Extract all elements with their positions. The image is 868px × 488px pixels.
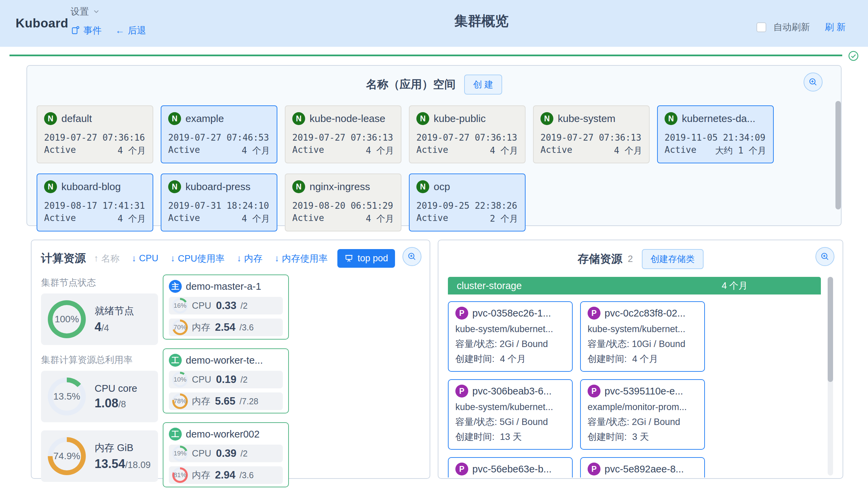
app-header: Kuboard 设置 事件 ← 后退 集群概览 自动刷新 刷 新 <box>0 0 868 47</box>
node-memory-row: 70% 内存 2.54 /3.6 <box>169 319 283 336</box>
namespace-name: kube-public <box>434 113 486 124</box>
storage-count: 2 <box>628 254 633 264</box>
namespace-name: kube-node-lease <box>310 113 386 124</box>
namespace-icon: N <box>168 180 181 193</box>
events-link[interactable]: 事件 <box>71 24 102 37</box>
compute-zoom-button[interactable] <box>402 247 421 266</box>
auto-refresh-checkbox[interactable] <box>756 22 766 32</box>
pvc-card-0358ec26[interactable]: Ppvc-0358ec26-1... kube-system/kubernet.… <box>448 301 573 372</box>
cpu-usage-ring: 13.5% <box>48 378 86 415</box>
cpu-usage-gauge: 13.5% CPU core 1.08/8 <box>41 371 158 422</box>
cpu-gauge-name: CPU core <box>95 383 137 394</box>
node-status-gauge: 100% 就绪节点 4/4 <box>41 293 158 345</box>
node-status-name: 就绪节点 <box>95 304 134 318</box>
pvc-card-5395110e[interactable]: Ppvc-5395110e-e... example/monitor-prom.… <box>580 379 705 450</box>
scrollbar-thumb[interactable] <box>835 101 841 209</box>
namespace-age: 4 个月 <box>490 145 518 157</box>
create-storage-class-button[interactable]: 创建存储类 <box>642 249 704 269</box>
namespace-name: kubernetes-da... <box>682 113 755 124</box>
status-divider <box>0 51 868 63</box>
compute-resources-panel: 计算资源 ↑名称 ↓CPU ↓CPU使用率 ↓内存 ↓内存使用率 top pod <box>31 240 430 479</box>
node-cpu-row: 10% CPU 0.19 /2 <box>169 371 283 388</box>
back-link[interactable]: ← 后退 <box>115 24 146 37</box>
sort-by-memory-usage[interactable]: ↓内存使用率 <box>275 252 328 265</box>
events-label: 事件 <box>83 24 102 37</box>
namespace-card-kuboard-press[interactable]: Nkuboard-press 2019-07-31 18:24:10 Activ… <box>161 174 277 231</box>
namespace-age: 4 个月 <box>366 145 394 157</box>
namespace-status: Active <box>416 213 448 225</box>
storage-class-age: 4 个月 <box>722 280 748 292</box>
pvc-created: 3 天 <box>632 432 649 442</box>
namespaces-title: 名称（应用）空间 <box>366 77 455 92</box>
node-cpu-row: 16% CPU 0.33 /2 <box>169 297 283 314</box>
node-card-demo-worker-te[interactable]: 工demo-worker-te... 10% CPU 0.19 /2 78% 内… <box>163 348 289 413</box>
namespace-age: 4 个月 <box>614 145 642 157</box>
storage-zoom-button[interactable] <box>815 247 834 266</box>
pvc-capacity-label: 容量/状态: <box>588 417 629 427</box>
namespace-card-nginx-ingress[interactable]: Nnginx-ingress 2019-08-20 06:51:29 Activ… <box>285 174 401 231</box>
create-namespace-button[interactable]: 创 建 <box>464 75 502 95</box>
node-status-ring: 100% <box>48 300 86 338</box>
sort-by-cpu-usage[interactable]: ↓CPU使用率 <box>171 252 225 265</box>
namespace-card-ocp[interactable]: Nocp 2019-09-25 22:38:26 Active2 个月 <box>409 174 526 231</box>
pvc-icon: P <box>588 463 600 475</box>
sort-down-icon: ↓ <box>171 253 175 264</box>
sort-by-cpu[interactable]: ↓CPU <box>132 253 159 264</box>
namespace-name: kuboard-blog <box>61 181 121 192</box>
pvc-card-0c2c83f8[interactable]: Ppvc-0c2c83f8-02... kube-system/kubernet… <box>580 301 705 372</box>
back-arrow-icon: ← <box>115 25 124 36</box>
node-memory-row: 81% 内存 2.94 /3.6 <box>169 466 283 484</box>
namespace-created: 2019-11-05 21:34:09 <box>665 133 766 143</box>
namespace-card-default[interactable]: Ndefault 2019-07-27 07:36:16 Active4 个月 <box>37 105 153 163</box>
pvc-card-5e892aee[interactable]: Ppvc-5e892aee-8... example/monitor-prom.… <box>580 457 705 477</box>
pvc-created: 4 个月 <box>632 354 658 364</box>
pvc-name: pvc-56ebe63e-b... <box>472 464 552 475</box>
pvc-card-306beab3[interactable]: Ppvc-306beab3-6... kube-system/kubernet.… <box>448 379 573 450</box>
memory-gauge-name: 内存 GiB <box>95 441 151 455</box>
sort-by-name[interactable]: ↑名称 <box>94 252 120 265</box>
node-card-demo-worker002[interactable]: 工demo-worker002 19% CPU 0.39 /2 81% 内存 2… <box>163 422 289 487</box>
namespace-created: 2019-07-27 07:36:13 <box>416 133 518 143</box>
namespaces-zoom-button[interactable] <box>804 73 823 92</box>
page-title: 集群概览 <box>454 12 509 30</box>
node-memory-row: 78% 内存 5.65 /7.28 <box>169 392 283 410</box>
pvc-capacity-label: 容量/状态: <box>455 417 497 427</box>
namespace-status: Active <box>168 213 200 225</box>
settings-menu[interactable]: 设置 <box>71 5 146 18</box>
namespace-created: 2019-07-27 07:36:13 <box>540 133 642 143</box>
memory-usage-ring: 74.9% <box>48 437 86 475</box>
namespace-name: kube-system <box>558 113 615 124</box>
namespace-card-kuboard-blog[interactable]: Nkuboard-blog 2019-08-17 17:41:31 Active… <box>37 174 153 231</box>
pvc-created: 13 天 <box>500 432 522 442</box>
refresh-button[interactable]: 刷 新 <box>825 21 846 33</box>
worker-node-icon: 工 <box>169 428 182 441</box>
storage-class-bar[interactable]: cluster-storage 4 个月 <box>448 277 821 294</box>
divider-line <box>9 55 842 56</box>
namespace-card-kubernetes-dashboard[interactable]: Nkubernetes-da... 2019-11-05 21:34:09 Ac… <box>657 105 774 163</box>
scrollbar-thumb[interactable] <box>828 277 833 382</box>
cpu-ring: 19% <box>172 446 188 461</box>
node-sort-bar: ↑名称 ↓CPU ↓CPU使用率 ↓内存 ↓内存使用率 <box>94 252 328 265</box>
namespace-card-kube-public[interactable]: Nkube-public 2019-07-27 07:36:13 Active4… <box>409 105 526 163</box>
pvc-icon: P <box>455 463 468 475</box>
node-card-demo-master-a-1[interactable]: 主demo-master-a-1 16% CPU 0.33 /2 70% 内存 … <box>163 274 289 340</box>
pvc-created: 4 个月 <box>500 354 526 364</box>
bottom-row: 计算资源 ↑名称 ↓CPU ↓CPU使用率 ↓内存 ↓内存使用率 top pod <box>31 240 843 479</box>
kuboard-cluster-overview-page: Kuboard 设置 事件 ← 后退 集群概览 自动刷新 刷 新 <box>0 0 868 488</box>
magnifier-plus-icon <box>808 77 818 87</box>
memory-ring: 70% <box>172 320 188 335</box>
top-pod-button[interactable]: top pod <box>337 249 395 268</box>
namespace-card-kube-node-lease[interactable]: Nkube-node-lease 2019-07-27 07:36:13 Act… <box>285 105 401 163</box>
sort-by-memory[interactable]: ↓内存 <box>237 252 263 265</box>
cpu-value: 0.19 <box>216 373 236 386</box>
pvc-card-56ebe63e[interactable]: Ppvc-56ebe63e-b... kube-system/kubernet.… <box>448 457 573 477</box>
header-right: 自动刷新 刷 新 <box>756 21 846 33</box>
pvc-icon: P <box>588 385 600 398</box>
master-node-icon: 主 <box>169 280 182 293</box>
cpu-total: /2 <box>240 449 248 459</box>
namespace-icon: N <box>416 180 429 193</box>
pvc-owner: kube-system/kubernet... <box>455 322 565 337</box>
namespace-card-kube-system[interactable]: Nkube-system 2019-07-27 07:36:13 Active4… <box>533 105 650 163</box>
storage-scrollbar[interactable] <box>828 277 833 475</box>
namespace-card-example[interactable]: Nexample 2019-07-27 07:46:53 Active4 个月 <box>161 105 277 163</box>
